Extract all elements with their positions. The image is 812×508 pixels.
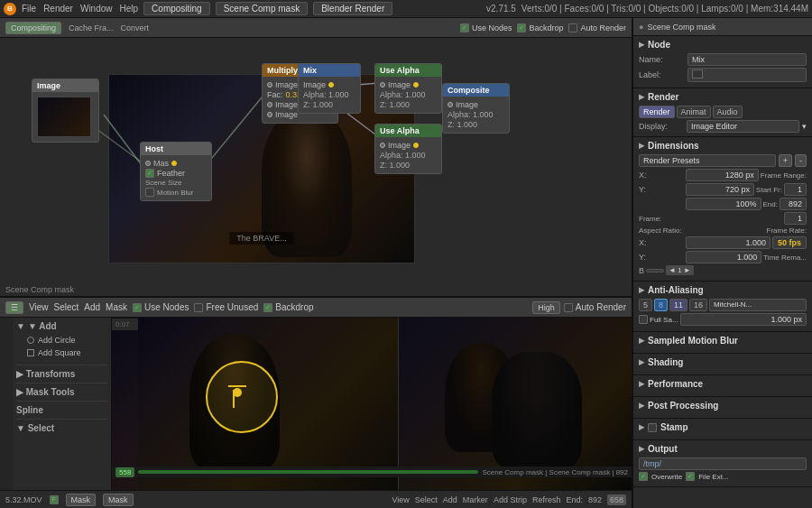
motion-blur-title[interactable]: ▶ Sampled Motion Blur bbox=[639, 336, 807, 346]
node-name-value[interactable]: Mix bbox=[687, 53, 807, 66]
frame-end[interactable]: 658 bbox=[607, 494, 626, 505]
node-workspace[interactable]: The BRAVE... Image bbox=[0, 38, 632, 298]
feather-check[interactable]: ✓ bbox=[145, 169, 154, 178]
stamp-title[interactable]: ▶ Stamp bbox=[639, 422, 807, 432]
scene-title[interactable]: Scene Comp mask bbox=[216, 2, 308, 15]
tab-cache[interactable]: Cache Fra... bbox=[69, 23, 114, 32]
overwrite-check[interactable]: ✓ bbox=[639, 472, 648, 481]
performance-title[interactable]: ▶ Performance bbox=[639, 379, 807, 389]
top-menu[interactable]: File Render Window Help bbox=[22, 4, 138, 14]
res-x-value[interactable]: 1280 px bbox=[686, 169, 759, 181]
mix-node[interactable]: Mix Image Alpha: 1.000 Z: 1.000 bbox=[298, 63, 361, 114]
mask-second-video bbox=[398, 318, 632, 490]
workspace-title[interactable]: Compositing bbox=[143, 2, 210, 15]
aa-11[interactable]: 11 bbox=[669, 299, 687, 311]
mask-select[interactable]: Select bbox=[54, 302, 79, 312]
backdrop-mask-check[interactable]: ✓ bbox=[263, 303, 272, 312]
menu-window[interactable]: Window bbox=[80, 4, 113, 14]
aspect-y-value[interactable]: 1.000 bbox=[686, 251, 761, 263]
stamp-check[interactable] bbox=[648, 423, 657, 432]
end-fr-value[interactable]: 892 bbox=[780, 198, 807, 210]
use-alpha-node-1[interactable]: Use Alpha Image Alpha: 1.000 Z: 1.000 bbox=[374, 63, 442, 114]
aa-5[interactable]: 5 bbox=[639, 299, 652, 311]
aa-title[interactable]: ▶ Anti-Aliasing bbox=[639, 285, 807, 295]
tab-convert[interactable]: Convert bbox=[121, 23, 150, 32]
menu-file[interactable]: File bbox=[22, 4, 36, 14]
auto-render-toggle[interactable]: Auto Render bbox=[568, 23, 626, 32]
use-alpha-node-2[interactable]: Use Alpha Image Alpha: 1.000 Z: 1.000 bbox=[374, 124, 442, 174]
pct-value[interactable]: 100% bbox=[686, 198, 761, 210]
aspect-x-value[interactable]: 1.000 bbox=[686, 236, 770, 249]
refresh-label[interactable]: Refresh bbox=[532, 495, 561, 504]
mask-viewport[interactable]: 558 Scene Comp mask | Scene Comp mask | … bbox=[112, 318, 632, 490]
file-ext-check[interactable]: ✓ bbox=[686, 472, 695, 481]
post-processing-title[interactable]: ▶ Post Processing bbox=[639, 401, 807, 411]
use-nodes-mask-check[interactable]: ✓ bbox=[133, 303, 142, 312]
b-value[interactable] bbox=[646, 269, 664, 272]
mask-tools-title[interactable]: ▶ Mask Tools bbox=[16, 387, 107, 397]
filter-label[interactable]: Mitchell-N... bbox=[709, 299, 807, 311]
node-section-title[interactable]: ▶ Node bbox=[639, 40, 807, 50]
auto-render-check[interactable] bbox=[568, 23, 577, 32]
start-fr-value[interactable]: 1 bbox=[784, 183, 807, 196]
auto-render-mask-check[interactable] bbox=[564, 303, 573, 312]
presets-dropdown[interactable]: Render Presets bbox=[639, 154, 776, 167]
performance-btn[interactable]: High bbox=[532, 301, 560, 314]
output-path[interactable]: /tmp/ bbox=[639, 457, 807, 470]
add-section-title[interactable]: ▼ ▼ Add bbox=[16, 321, 107, 331]
image-input-node[interactable]: Image bbox=[32, 79, 99, 143]
presets-plus[interactable]: + bbox=[779, 154, 792, 167]
compositor-tab[interactable]: Compositing bbox=[5, 22, 61, 34]
full-sa-check[interactable] bbox=[639, 315, 648, 324]
select-title[interactable]: ▼ Select bbox=[16, 423, 107, 433]
mode-checkbox[interactable]: F bbox=[50, 495, 59, 504]
menu-render[interactable]: Render bbox=[43, 4, 73, 14]
animat-tab[interactable]: Animat bbox=[677, 106, 711, 118]
mask-node[interactable]: Host Mas ✓ Feather Scene Size bbox=[140, 142, 212, 201]
display-dropdown[interactable]: Image Editor bbox=[687, 120, 799, 133]
transforms-title[interactable]: ▶ Transforms bbox=[16, 369, 107, 379]
shading-title[interactable]: ▶ Shading bbox=[639, 357, 807, 367]
add-square-btn[interactable]: Add Square bbox=[16, 346, 107, 359]
add-bottom-label[interactable]: Add bbox=[443, 495, 457, 504]
mask-view[interactable]: View bbox=[29, 302, 49, 312]
use-nodes-toggle[interactable]: ✓ Use Nodes bbox=[460, 23, 512, 32]
mask-add[interactable]: Add bbox=[84, 302, 100, 312]
dimensions-title[interactable]: ▶ Dimensions bbox=[639, 141, 807, 151]
mask-circle-overlay[interactable] bbox=[206, 361, 278, 433]
mask-toolbar-btn[interactable]: ☰ bbox=[5, 301, 23, 314]
frame-step[interactable]: ◄ 1 ► bbox=[666, 265, 694, 275]
backdrop-toggle[interactable]: ✓ Backdrop bbox=[517, 23, 563, 32]
view-label[interactable]: View bbox=[392, 495, 409, 504]
node-body bbox=[32, 92, 98, 142]
motion-blur-check[interactable] bbox=[145, 188, 154, 197]
use-nodes-check[interactable]: ✓ bbox=[460, 23, 469, 32]
presets-minus[interactable]: - bbox=[795, 154, 807, 167]
end-value[interactable]: 892 bbox=[588, 495, 602, 504]
mask-mode-btn[interactable]: Mask bbox=[66, 494, 97, 506]
full-sa-value[interactable]: 1.000 px bbox=[680, 313, 807, 326]
composite-node[interactable]: Composite Image Alpha: 1.000 Z: 1.000 bbox=[442, 83, 510, 134]
aa-8[interactable]: 8 bbox=[654, 299, 668, 311]
file-ext-label: File Ext... bbox=[698, 473, 728, 481]
add-circle-btn[interactable]: Add Circle bbox=[16, 334, 107, 346]
audio-tab[interactable]: Audio bbox=[713, 106, 743, 118]
render-tab[interactable]: Render bbox=[639, 106, 675, 118]
display-arrow[interactable]: ▾ bbox=[802, 122, 807, 131]
frame-value[interactable]: 1 bbox=[784, 212, 807, 225]
res-y-value[interactable]: 720 px bbox=[686, 183, 754, 196]
select-label[interactable]: Select bbox=[415, 495, 438, 504]
fps-badge[interactable]: 50 fps bbox=[772, 236, 807, 249]
mask-mode-btn2[interactable]: Mask bbox=[103, 494, 134, 506]
output-title[interactable]: ▶ Output bbox=[639, 444, 807, 454]
marker-label[interactable]: Marker bbox=[463, 495, 488, 504]
add-strip-label[interactable]: Add Strip bbox=[494, 495, 527, 504]
menu-help[interactable]: Help bbox=[120, 4, 139, 14]
render-section-title[interactable]: ▶ Render bbox=[639, 92, 807, 102]
free-unused-check[interactable] bbox=[194, 303, 203, 312]
aa-16[interactable]: 16 bbox=[689, 299, 707, 311]
mask-menu[interactable]: Mask bbox=[106, 302, 127, 312]
node-label-value[interactable] bbox=[687, 68, 807, 82]
backdrop-check[interactable]: ✓ bbox=[517, 23, 526, 32]
engine-selector[interactable]: Blender Render bbox=[313, 2, 392, 15]
